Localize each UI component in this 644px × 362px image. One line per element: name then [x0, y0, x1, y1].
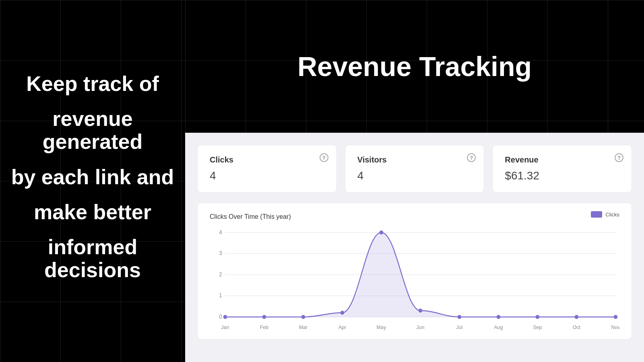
left-line-4: informed decisions: [8, 236, 177, 282]
svg-point-14: [301, 315, 305, 319]
dashboard-area: ? Clicks 4 ? Visitors 4 ? Revenue $61.32…: [185, 133, 644, 362]
stat-label-0: Clicks: [210, 155, 324, 165]
svg-text:Aug: Aug: [494, 324, 503, 330]
right-panel: Revenue Tracking ? Clicks 4 ? Visitors 4…: [185, 0, 644, 362]
legend-color-dot: [591, 211, 602, 218]
svg-point-30: [614, 315, 618, 319]
stat-help-icon-2[interactable]: ?: [615, 153, 623, 162]
svg-point-28: [575, 315, 579, 319]
left-line-2: by each link and: [8, 166, 177, 189]
page-title: Revenue Tracking: [297, 51, 532, 82]
svg-text:Feb: Feb: [260, 324, 269, 330]
svg-text:Jul: Jul: [456, 324, 462, 330]
svg-text:1: 1: [219, 292, 222, 298]
stat-label-2: Revenue: [505, 155, 619, 165]
chart-title: Clicks Over Time (This year): [210, 213, 619, 220]
svg-point-18: [380, 230, 384, 234]
stat-value-1: 4: [357, 169, 472, 182]
svg-point-12: [262, 315, 266, 319]
svg-point-20: [419, 309, 423, 313]
svg-point-10: [223, 315, 227, 319]
chart-legend: Clicks: [591, 211, 619, 218]
svg-text:Apr: Apr: [339, 324, 347, 330]
svg-point-16: [341, 311, 345, 315]
stat-value-2: $61.32: [505, 169, 619, 182]
left-line-3: make better: [8, 201, 177, 224]
left-text-block: Keep track ofrevenue generatedby each li…: [0, 72, 185, 282]
svg-text:3: 3: [219, 250, 222, 256]
svg-point-22: [458, 315, 462, 319]
chart-svg: 01234JanFebMarAprMayJunJulAugSepOctNov: [210, 228, 619, 333]
svg-text:Mar: Mar: [299, 324, 308, 330]
svg-text:May: May: [377, 324, 386, 330]
left-panel: Keep track ofrevenue generatedby each li…: [0, 0, 185, 362]
svg-point-24: [497, 315, 501, 319]
stat-help-icon-0[interactable]: ?: [320, 153, 328, 162]
svg-text:Nov: Nov: [611, 324, 619, 330]
left-line-0: Keep track of: [8, 72, 177, 95]
svg-text:Oct: Oct: [573, 324, 581, 330]
svg-text:2: 2: [219, 272, 222, 278]
stat-card-clicks: ? Clicks 4: [197, 145, 337, 193]
left-line-1: revenue generated: [8, 107, 177, 153]
svg-text:Jan: Jan: [221, 324, 229, 330]
stat-label-1: Visitors: [357, 155, 472, 165]
stat-card-visitors: ? Visitors 4: [345, 145, 485, 193]
top-header: Revenue Tracking: [185, 0, 644, 133]
stats-row: ? Clicks 4 ? Visitors 4 ? Revenue $61.32: [197, 145, 632, 193]
chart-inner: 01234JanFebMarAprMayJunJulAugSepOctNov: [210, 228, 619, 333]
svg-text:Jun: Jun: [416, 324, 424, 330]
stat-value-0: 4: [210, 169, 324, 182]
svg-text:4: 4: [219, 229, 222, 235]
stat-card-revenue: ? Revenue $61.32: [492, 145, 632, 193]
chart-container: Clicks Over Time (This year) Clicks 0123…: [197, 203, 632, 339]
stat-help-icon-1[interactable]: ?: [467, 153, 476, 162]
svg-point-26: [536, 315, 540, 319]
legend-label: Clicks: [605, 212, 619, 218]
svg-text:0: 0: [219, 314, 222, 320]
svg-text:Sep: Sep: [533, 324, 542, 330]
